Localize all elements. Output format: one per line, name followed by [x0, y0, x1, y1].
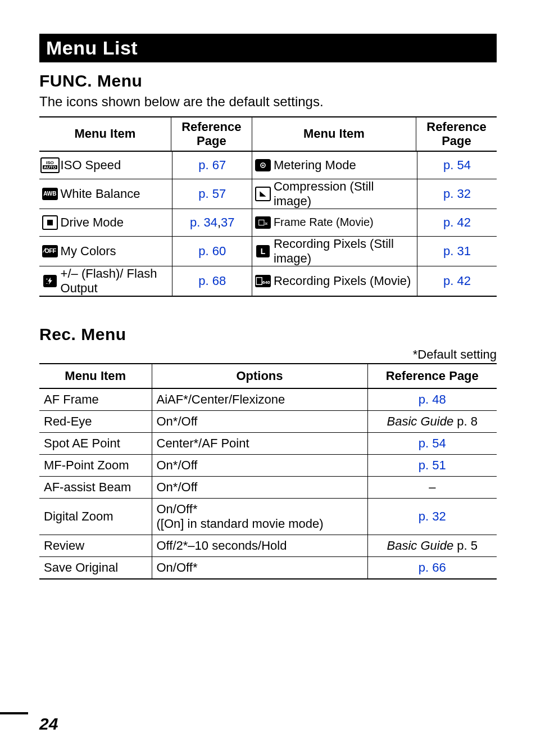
table-row: Digital ZoomOn/Off* ([On] in standard mo…	[39, 498, 497, 535]
rec-options: On*/Off	[152, 410, 367, 432]
svg-rect-2	[259, 220, 264, 225]
func-item-label: Recording Pixels (Still image)	[274, 237, 417, 266]
rec-ref[interactable]: p. 32	[367, 498, 497, 535]
func-item-label: Compression (Still image)	[274, 179, 417, 209]
func-row: Drive Mode p. 34, 37 30 Frame Rate (Movi…	[39, 209, 497, 237]
rec-ref[interactable]: p. 51	[367, 454, 497, 476]
func-header-ref-right: Reference Page	[416, 117, 497, 151]
func-item-label: White Balance	[61, 179, 172, 209]
drive-single-icon	[39, 209, 61, 236]
page-title-bar: Menu List	[39, 34, 497, 62]
func-row: +− +/– (Flash)/ Flash Output p. 68 640 R…	[39, 266, 497, 297]
table-row: MF-Point ZoomOn*/Offp. 51	[39, 454, 497, 476]
table-row: Save OriginalOn/Off*p. 66	[39, 556, 497, 579]
awb-icon: AWB	[39, 179, 61, 209]
func-ref[interactable]: p. 32	[417, 179, 497, 209]
rec-heading: Rec. Menu	[39, 325, 497, 344]
rec-item: AF Frame	[39, 388, 152, 411]
rec-item: Save Original	[39, 556, 152, 579]
metering-icon	[252, 152, 274, 179]
flash-output-icon: +−	[39, 266, 61, 296]
func-item-label: +/– (Flash)/ Flash Output	[61, 266, 172, 296]
rec-table: Menu Item Options Reference Page AF Fram…	[39, 363, 497, 580]
rec-options: Center*/AF Point	[152, 432, 367, 454]
func-item-label: Recording Pixels (Movie)	[274, 266, 417, 296]
func-item-label: ISO Speed	[61, 152, 172, 179]
rec-options: AiAF*/Center/Flexizone	[152, 388, 367, 411]
page: Menu List FUNC. Menu The icons shown bel…	[0, 0, 536, 756]
rec-options: On/Off*	[152, 556, 367, 579]
func-ref[interactable]: p. 34, 37	[172, 209, 252, 236]
table-row: AF FrameAiAF*/Center/Flexizonep. 48	[39, 388, 497, 411]
func-row: ∕OFF My Colors p. 60 L Recording Pixels …	[39, 237, 497, 266]
rec-header-options: Options	[152, 364, 367, 388]
func-row: ISOAUTO ISO Speed p. 67 Metering Mode p.…	[39, 152, 497, 179]
func-ref[interactable]: p. 57	[172, 179, 252, 209]
rec-item: MF-Point Zoom	[39, 454, 152, 476]
rec-ref: –	[367, 476, 497, 498]
rec-ref[interactable]: p. 54	[367, 432, 497, 454]
rec-item: Red-Eye	[39, 410, 152, 432]
iso-auto-icon: ISOAUTO	[39, 152, 61, 179]
rec-item: Review	[39, 535, 152, 556]
func-ref[interactable]: p. 54	[417, 152, 497, 179]
page-title: Menu List	[46, 37, 138, 58]
func-row: AWB White Balance p. 57 Compression (Sti…	[39, 179, 497, 209]
recording-pixels-movie-icon: 640	[252, 266, 274, 296]
svg-text:640: 640	[262, 279, 270, 284]
func-note: The icons shown below are the default se…	[39, 94, 497, 110]
func-item-label: Frame Rate (Movie)	[274, 209, 417, 236]
rec-header-row: Menu Item Options Reference Page	[39, 364, 497, 388]
func-header-item-right: Menu Item	[252, 117, 416, 151]
frame-rate-icon: 30	[252, 209, 274, 236]
table-row: AF-assist BeamOn*/Off–	[39, 476, 497, 498]
rec-options: On*/Off	[152, 454, 367, 476]
rec-item: AF-assist Beam	[39, 476, 152, 498]
func-header-item-left: Menu Item	[39, 117, 171, 151]
svg-marker-6	[48, 277, 52, 284]
func-item-label: Drive Mode	[61, 209, 172, 236]
rec-ref: Basic Guide p. 8	[367, 410, 497, 432]
func-ref[interactable]: p. 31	[417, 237, 497, 266]
func-header-row: Menu Item Reference Page Menu Item Refer…	[39, 117, 497, 152]
func-ref[interactable]: p. 68	[172, 266, 252, 296]
svg-rect-9	[256, 277, 262, 284]
rec-item: Spot AE Point	[39, 432, 152, 454]
svg-point-1	[262, 164, 264, 166]
svg-text:+: +	[46, 277, 48, 280]
recording-pixels-still-icon: L	[252, 237, 274, 266]
rec-ref: Basic Guide p. 5	[367, 535, 497, 556]
func-heading: FUNC. Menu	[39, 71, 497, 90]
rec-header-ref: Reference Page	[367, 364, 497, 388]
rec-ref[interactable]: p. 66	[367, 556, 497, 579]
func-table: Menu Item Reference Page Menu Item Refer…	[39, 116, 497, 297]
func-item-label: My Colors	[61, 237, 172, 266]
rec-options: Off/2*–10 seconds/Hold	[152, 535, 367, 556]
rec-item: Digital Zoom	[39, 498, 152, 535]
svg-text:30: 30	[265, 222, 267, 225]
table-row: Red-EyeOn*/OffBasic Guide p. 8	[39, 410, 497, 432]
rec-ref[interactable]: p. 48	[367, 388, 497, 411]
compression-icon	[252, 179, 274, 209]
func-ref[interactable]: p. 42	[417, 266, 497, 296]
svg-text:−: −	[46, 282, 48, 285]
table-row: Spot AE PointCenter*/AF Pointp. 54	[39, 432, 497, 454]
default-setting-note: *Default setting	[39, 347, 497, 362]
func-item-label: Metering Mode	[274, 152, 417, 179]
page-number: 24	[39, 714, 58, 734]
my-colors-off-icon: ∕OFF	[39, 237, 61, 266]
func-ref[interactable]: p. 67	[172, 152, 252, 179]
table-row: ReviewOff/2*–10 seconds/HoldBasic Guide …	[39, 535, 497, 556]
func-ref[interactable]: p. 60	[172, 237, 252, 266]
rec-header-item: Menu Item	[39, 364, 152, 388]
func-header-ref-left: Reference Page	[171, 117, 252, 151]
rec-options: On/Off* ([On] in standard movie mode)	[152, 498, 367, 535]
func-ref[interactable]: p. 42	[417, 209, 497, 236]
rec-options: On*/Off	[152, 476, 367, 498]
